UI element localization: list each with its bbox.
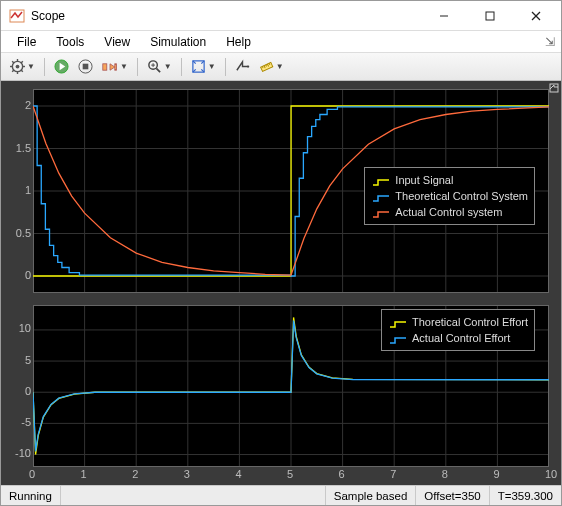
chevron-down-icon: ▼ [164, 62, 172, 71]
plot-area: 0 0.5 1 1.5 2 Input Signal Theoretical C… [1, 81, 561, 485]
legend-swatch [388, 333, 406, 343]
separator [225, 58, 226, 76]
xtick: 9 [493, 468, 499, 480]
minimize-button[interactable] [421, 1, 467, 31]
xtick: 8 [442, 468, 448, 480]
status-offset: Offset=350 [416, 486, 489, 505]
legend-label: Input Signal [395, 172, 453, 188]
legend-label: Theoretical Control System [395, 188, 528, 204]
xtick: 1 [81, 468, 87, 480]
ytick: 5 [25, 354, 31, 366]
separator [181, 58, 182, 76]
legend-swatch [371, 191, 389, 201]
legend-swatch [371, 207, 389, 217]
run-button[interactable] [51, 56, 73, 78]
status-state: Running [1, 486, 61, 505]
legend-swatch [371, 175, 389, 185]
status-mode: Sample based [326, 486, 417, 505]
zoom-button[interactable]: ▼ [144, 56, 175, 78]
ytick: 0 [25, 385, 31, 397]
xtick: 3 [184, 468, 190, 480]
app-icon [9, 8, 25, 24]
legend-swatch [388, 317, 406, 327]
ytick: -10 [15, 447, 31, 459]
svg-point-6 [16, 65, 20, 69]
menu-help[interactable]: Help [216, 33, 261, 51]
svg-line-14 [21, 61, 23, 63]
step-forward-button[interactable]: ▼ [99, 56, 131, 78]
xtick: 6 [339, 468, 345, 480]
axes-2-container: -10 -5 0 5 10 0 1 2 3 4 5 6 7 8 9 10 Tho… [7, 303, 555, 483]
svg-rect-19 [115, 63, 117, 69]
xtick: 4 [235, 468, 241, 480]
svg-line-21 [156, 68, 160, 72]
xtick: 10 [545, 468, 557, 480]
status-spacer [61, 486, 326, 505]
menubar: File Tools View Simulation Help ⇲ [1, 31, 561, 53]
separator [44, 58, 45, 76]
toolbar: ▼ ▼ ▼ ▼ ▼ [1, 53, 561, 81]
ytick: 0.5 [16, 227, 31, 239]
svg-rect-18 [103, 63, 107, 69]
axes-1-container: 0 0.5 1 1.5 2 Input Signal Theoretical C… [7, 87, 555, 295]
legend-label: Thoretical Control Effort [412, 314, 528, 330]
maximize-button[interactable] [467, 1, 513, 31]
xtick: 2 [132, 468, 138, 480]
ytick: 1.5 [16, 142, 31, 154]
svg-line-13 [12, 70, 14, 72]
legend-1[interactable]: Input Signal Theoretical Control System … [364, 167, 535, 225]
ytick: 10 [19, 322, 31, 334]
menu-tools[interactable]: Tools [46, 33, 94, 51]
ytick: 1 [25, 184, 31, 196]
xtick: 7 [390, 468, 396, 480]
menu-simulation[interactable]: Simulation [140, 33, 216, 51]
svg-line-12 [21, 70, 23, 72]
svg-rect-17 [83, 64, 89, 70]
ytick: 2 [25, 99, 31, 111]
window-titlebar: Scope [1, 1, 561, 31]
svg-rect-2 [486, 12, 494, 20]
xtick: 0 [29, 468, 35, 480]
legend-2[interactable]: Thoretical Control Effort Actual Control… [381, 309, 535, 351]
legend-label: Actual Control Effort [412, 330, 510, 346]
status-time: T=359.300 [490, 486, 561, 505]
xtick: 5 [287, 468, 293, 480]
menu-view[interactable]: View [94, 33, 140, 51]
chevron-down-icon: ▼ [208, 62, 216, 71]
autoscale-button[interactable]: ▼ [188, 56, 219, 78]
chevron-down-icon: ▼ [27, 62, 35, 71]
close-button[interactable] [513, 1, 559, 31]
statusbar: Running Sample based Offset=350 T=359.30… [1, 485, 561, 505]
measurements-button[interactable]: ▼ [256, 56, 287, 78]
svg-point-25 [247, 65, 249, 67]
svg-line-11 [12, 61, 14, 63]
legend-label: Actual Control system [395, 204, 502, 220]
chevron-down-icon: ▼ [276, 62, 284, 71]
chevron-down-icon: ▼ [120, 62, 128, 71]
configure-button[interactable]: ▼ [7, 56, 38, 78]
ytick: 0 [25, 269, 31, 281]
separator [137, 58, 138, 76]
menubar-corner-icon[interactable]: ⇲ [541, 35, 555, 49]
window-title: Scope [31, 9, 421, 23]
menu-file[interactable]: File [7, 33, 46, 51]
stop-button[interactable] [75, 56, 97, 78]
triggers-button[interactable] [232, 56, 254, 78]
ytick: -5 [21, 416, 31, 428]
